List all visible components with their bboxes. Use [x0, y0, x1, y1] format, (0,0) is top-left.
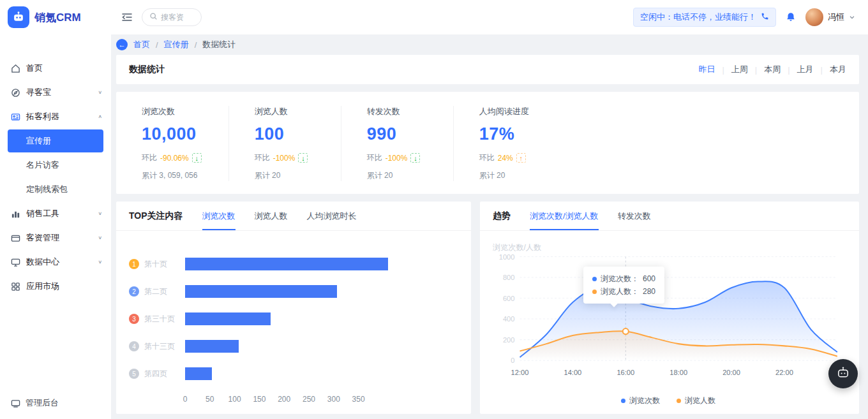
stat-value: 990 [367, 124, 426, 144]
total-label: 累计 [142, 171, 157, 180]
breadcrumb-current: 数据统计 [202, 39, 236, 50]
sidebar-item-admin-console[interactable]: 管理后台 [0, 387, 111, 419]
svg-text:600: 600 [503, 295, 515, 302]
page-title: 数据统计 [129, 64, 165, 75]
sidebar-item-tuoke[interactable]: 拓客利器 ∧ [0, 105, 111, 129]
breadcrumb-brochure[interactable]: 宣传册 [164, 39, 189, 50]
sidebar-item-label: 寻客宝 [26, 87, 92, 98]
chart-legend: 浏览次数 浏览人数 [488, 393, 849, 410]
sidebar-item-customer-mgmt[interactable]: 客资管理 ∨ [0, 226, 111, 250]
user-name: 冯恒 [828, 11, 844, 23]
bar-chart: 1 第十页 2 第二页 3 第三十页 [116, 231, 471, 414]
total-label: 累计 [367, 171, 382, 180]
sidebar-item-custom-leads[interactable]: 定制线索包 [0, 177, 111, 202]
search-box[interactable] [142, 8, 202, 26]
tab-shares[interactable]: 转发次数 [618, 202, 651, 230]
bar-row: 1 第十页 [129, 258, 452, 270]
chevron-down-icon: ∨ [98, 90, 102, 95]
tooltip-value: 600 [643, 272, 655, 285]
breadcrumb-home[interactable]: 首页 [133, 39, 150, 50]
bar [185, 312, 271, 325]
filter-yesterday[interactable]: 昨日 [698, 64, 715, 75]
chevron-down-icon: ∨ [98, 211, 102, 216]
tab-views[interactable]: 浏览次数 [202, 202, 236, 230]
bar-track [185, 285, 452, 298]
chart-tooltip: 浏览次数：600 浏览人数：280 [583, 267, 664, 304]
filter-last-month[interactable]: 上月 [797, 64, 814, 75]
bar-chart-icon [10, 209, 20, 219]
topbar: 空闲中：电话不停，业绩能行！ 冯恒 [111, 0, 868, 34]
status-text: 空闲中：电话不停，业绩能行！ [640, 11, 756, 23]
call-status-banner[interactable]: 空闲中：电话不停，业绩能行！ [633, 8, 776, 27]
rank-badge: 2 [129, 286, 139, 297]
filter-last-week[interactable]: 上周 [731, 64, 748, 75]
chevron-down-icon: ∨ [98, 260, 102, 265]
bar-track [185, 312, 452, 325]
stat-label: 人均阅读进度 [479, 106, 832, 117]
legend-dot [621, 399, 625, 403]
chevron-down-icon [849, 11, 855, 23]
rank-badge: 4 [129, 341, 139, 351]
tab-avg-duration[interactable]: 人均浏览时长 [307, 202, 357, 230]
bar-category-label: 第十页 [144, 259, 180, 270]
sidebar-item-xunkebao[interactable]: 寻客宝 ∨ [0, 80, 111, 105]
svg-text:18:00: 18:00 [670, 368, 687, 376]
content: 数据统计 昨日 | 上周 | 本周 | 上月 | 本月 浏览次数 10,000 [111, 55, 868, 419]
legend-label: 浏览次数 [629, 395, 660, 406]
bar-axis: 050100150200250300350 [185, 395, 433, 408]
total-label: 累计 [255, 171, 270, 180]
compass-icon [10, 87, 20, 98]
rank-badge: 3 [129, 314, 139, 324]
legend-item-visitors[interactable]: 浏览人数 [677, 395, 715, 406]
sidebar-item-brochure[interactable]: 宣传册 [8, 129, 103, 152]
ratio-value: -100% [273, 154, 296, 163]
brand-name: 销氪CRM [34, 10, 81, 25]
search-input[interactable] [161, 13, 194, 22]
trend-tabs: 浏览次数/浏览人数 转发次数 [530, 202, 651, 230]
sidebar-item-label: 销售工具 [26, 208, 92, 219]
top-content-panel: TOP关注内容 浏览次数 浏览人数 人均浏览时长 1 第十页 [116, 202, 471, 414]
ratio-label: 环比 [142, 152, 157, 163]
brand: 销氪CRM [0, 0, 111, 34]
rank-badge: 1 [129, 259, 139, 269]
ratio-value: -90.06% [160, 154, 189, 163]
sidebar-item-home[interactable]: 首页 [0, 56, 111, 80]
breadcrumb: ← 首页 / 宣传册 / 数据统计 [0, 34, 868, 55]
legend-dot [677, 399, 681, 403]
bar-row: 3 第三十页 [129, 312, 452, 325]
bar-category-label: 第十三页 [144, 341, 180, 352]
bar-track [185, 258, 452, 270]
date-filters: 昨日 | 上周 | 本周 | 上月 | 本月 [698, 64, 846, 75]
sidebar-nav: 首页 寻客宝 ∨ 拓客利器 ∧ 宣传册 名片访客 定制线索包 销售工具 ∨ [0, 56, 111, 387]
app-root: 销氪CRM 首页 寻客宝 ∨ 拓客利器 ∧ 宣传册 名片访客 定制线索包 [0, 0, 868, 419]
trend-arrow-badge: ↓ [410, 153, 420, 163]
main-area: 空闲中：电话不停，业绩能行！ 冯恒 ← 首页 / 宣传册 / 数据统计 数据统计 [111, 0, 868, 419]
trend-arrow-badge: ↓ [298, 153, 308, 163]
top-content-tabs: 浏览次数 浏览人数 人均浏览时长 [202, 202, 357, 230]
sidebar-item-label: 拓客利器 [26, 111, 92, 122]
filter-this-week[interactable]: 本周 [764, 64, 781, 75]
filter-this-month[interactable]: 本月 [830, 64, 846, 75]
tooltip-dot [592, 277, 597, 281]
tab-views-visitors[interactable]: 浏览次数/浏览人数 [530, 202, 599, 230]
bar-category-label: 第二页 [144, 286, 180, 297]
back-button[interactable]: ← [116, 39, 128, 50]
notification-bell-icon[interactable] [785, 11, 797, 23]
sidebar-item-app-market[interactable]: 应用市场 [0, 274, 111, 298]
sidebar-item-sales-tools[interactable]: 销售工具 ∨ [0, 202, 111, 226]
ai-assistant-button[interactable] [828, 359, 858, 388]
monitor-icon [10, 257, 20, 267]
legend-item-views[interactable]: 浏览次数 [621, 395, 660, 406]
stat-card: 浏览次数 10,000 环比-90.06%↓ 累计 3, 059, 056 [116, 106, 229, 181]
ratio-label: 环比 [479, 152, 495, 163]
user-menu[interactable]: 冯恒 [805, 8, 855, 26]
sidebar-item-data-center[interactable]: 数据中心 ∨ [0, 250, 111, 274]
svg-text:800: 800 [503, 274, 515, 281]
sidebar-item-card-visitors[interactable]: 名片访客 [0, 153, 111, 177]
ratio-value: -100% [385, 154, 408, 163]
tab-visitors[interactable]: 浏览人数 [255, 202, 288, 230]
svg-text:14:00: 14:00 [564, 368, 582, 376]
sidebar-collapse-icon[interactable] [121, 11, 133, 23]
stat-value: 100 [255, 124, 314, 144]
ratio-value: 24% [498, 154, 513, 163]
